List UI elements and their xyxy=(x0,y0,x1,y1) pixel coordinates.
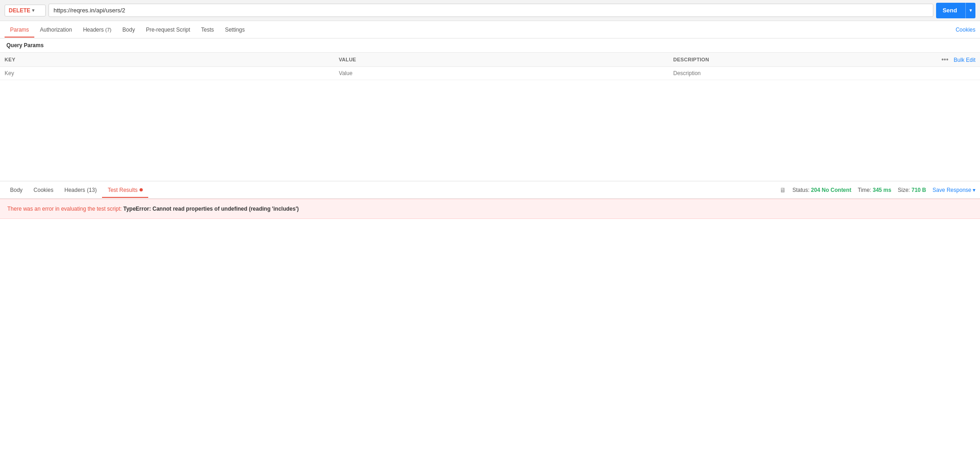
request-body-area xyxy=(0,80,980,181)
tab-body[interactable]: Body xyxy=(117,22,140,38)
col-header-value: VALUE xyxy=(334,53,669,67)
top-bar: DELETE ▾ Send ▾ xyxy=(0,0,980,21)
size-label: Size: 710 B xyxy=(898,187,926,193)
error-banner: There was an error in evaluating the tes… xyxy=(0,199,980,219)
response-tab-cookies[interactable]: Cookies xyxy=(28,182,59,198)
tab-tests[interactable]: Tests xyxy=(196,22,220,38)
description-input[interactable] xyxy=(673,70,932,76)
col-header-description: DESCRIPTION xyxy=(668,53,937,67)
tab-authorization[interactable]: Authorization xyxy=(34,22,77,38)
save-response-button[interactable]: Save Response ▾ xyxy=(932,187,975,193)
bulk-edit-button[interactable]: Bulk Edit xyxy=(954,57,975,63)
response-tab-headers[interactable]: Headers (13) xyxy=(59,182,102,198)
tab-settings[interactable]: Settings xyxy=(220,22,250,38)
col-header-key: KEY xyxy=(0,53,334,67)
tab-params[interactable]: Params xyxy=(5,22,34,38)
main-layout: Params Authorization Headers (7) Body Pr… xyxy=(0,21,980,463)
method-dropdown[interactable]: DELETE ▾ xyxy=(5,5,46,16)
error-detail-text: TypeError: Cannot read properties of und… xyxy=(123,206,299,212)
send-button-label: Send xyxy=(936,7,965,14)
cookies-link[interactable]: Cookies xyxy=(956,27,975,33)
time-label: Time: 345 ms xyxy=(858,187,892,193)
url-input[interactable] xyxy=(48,4,933,17)
status-label: Status: 204 No Content xyxy=(792,187,851,193)
query-params-label: Query Params xyxy=(0,38,980,52)
status-info: 🖥 Status: 204 No Content Time: 345 ms Si… xyxy=(780,186,975,194)
response-tab-test-results[interactable]: Test Results xyxy=(102,182,148,198)
response-section: Body Cookies Headers (13) Test Results 🖥… xyxy=(0,181,980,219)
params-table: KEY VALUE DESCRIPTION ••• Bulk Edit xyxy=(0,52,980,80)
headers-badge: (7) xyxy=(105,27,111,33)
send-chevron-icon[interactable]: ▾ xyxy=(965,3,975,18)
method-label: DELETE xyxy=(9,7,30,14)
request-tabs-bar: Params Authorization Headers (7) Body Pr… xyxy=(0,21,980,38)
computer-icon: 🖥 xyxy=(780,186,786,194)
tab-pre-request-script[interactable]: Pre-request Script xyxy=(140,22,196,38)
test-results-dot-icon xyxy=(140,188,143,191)
save-response-chevron-icon: ▾ xyxy=(973,187,975,193)
table-row xyxy=(0,67,980,80)
response-tab-body[interactable]: Body xyxy=(5,182,28,198)
send-button[interactable]: Send ▾ xyxy=(936,3,975,18)
response-headers-badge: (13) xyxy=(87,187,97,193)
request-section: Params Authorization Headers (7) Body Pr… xyxy=(0,21,980,181)
response-tabs-bar: Body Cookies Headers (13) Test Results 🖥… xyxy=(0,181,980,199)
col-header-actions: ••• Bulk Edit xyxy=(937,53,980,67)
status-code: 204 No Content xyxy=(811,187,851,193)
value-input[interactable] xyxy=(339,70,664,76)
tab-headers[interactable]: Headers (7) xyxy=(77,22,117,38)
error-prefix-text: There was an error in evaluating the tes… xyxy=(7,206,122,212)
more-icon[interactable]: ••• xyxy=(942,56,949,63)
key-input[interactable] xyxy=(5,70,330,76)
method-chevron-icon: ▾ xyxy=(32,8,34,13)
